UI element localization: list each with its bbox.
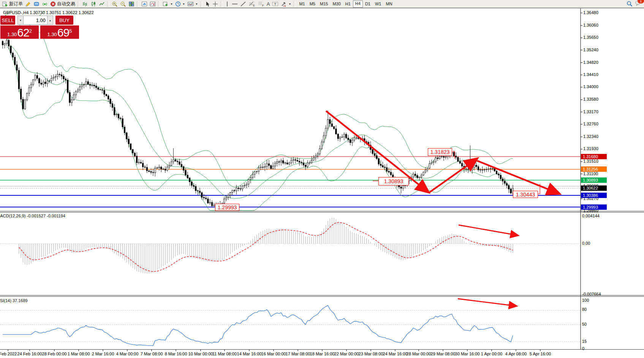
- buy-button[interactable]: BUY: [55, 16, 73, 25]
- rsi-label: RSI(14) 37.1689: [0, 298, 28, 303]
- price-annotation: 1.30893: [378, 177, 409, 185]
- chart-title: GBPUSD-,H4 1.30730 1.30751 1.30622 1.306…: [3, 10, 94, 15]
- sell-button[interactable]: SELL: [0, 16, 15, 25]
- chevron-down-icon: ▼: [19, 19, 22, 22]
- mt4-window: 新订单 自动交易: [0, 0, 644, 358]
- price-annotation: 1.30443: [513, 191, 538, 198]
- volume-decrease-button[interactable]: ▼: [17, 16, 24, 25]
- buy-price-small: 1.30: [47, 31, 57, 38]
- price-badge: 1.31256: [581, 166, 607, 172]
- sell-price-sup: 2: [29, 29, 32, 33]
- sell-price-small: 1.30: [7, 31, 17, 38]
- volume-increase-button[interactable]: ▲: [47, 16, 53, 25]
- price-badge: 1.30893: [581, 177, 607, 183]
- candlestick-canvas: [0, 0, 644, 358]
- buy-price-sup: 5: [69, 29, 72, 33]
- sell-price-big: 62: [17, 27, 29, 38]
- buy-price[interactable]: 1.30695: [40, 25, 79, 39]
- chevron-up-icon: ▲: [49, 19, 52, 22]
- buy-price-big: 69: [57, 27, 69, 38]
- price-badge: 1.31680: [581, 154, 607, 159]
- price-annotation: 1.29993: [215, 204, 239, 211]
- price-badge: 1.30386: [581, 193, 607, 198]
- sell-price[interactable]: 1.30622: [0, 25, 39, 39]
- price-annotation: 1.31823: [428, 148, 452, 156]
- price-badge: 1.30622: [581, 185, 607, 191]
- volume-input[interactable]: [24, 16, 47, 25]
- one-click-trading-panel: SELL ▼ ▲ BUY 1.30622 1.30695: [0, 16, 79, 39]
- macd-label: MACD(12,26,9) -0.001527 -0.001194: [0, 214, 65, 218]
- price-badge: 1.29993: [581, 204, 607, 210]
